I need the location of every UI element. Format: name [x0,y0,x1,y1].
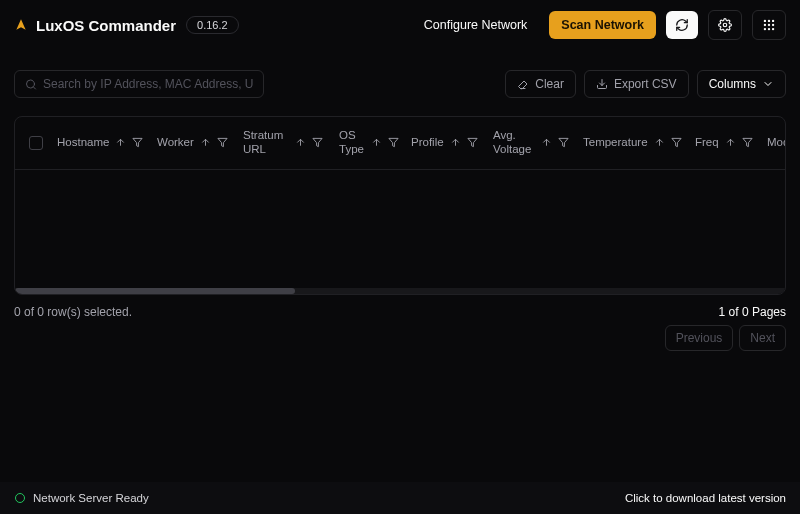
app-header: LuxOS Commander 0.16.2 Configure Network… [0,0,800,50]
col-hostname[interactable]: Hostname [51,129,151,157]
search-wrap[interactable] [14,70,264,98]
select-all-checkbox[interactable] [29,136,43,150]
version-badge: 0.16.2 [186,16,239,34]
columns-label: Columns [709,77,756,91]
svg-marker-16 [389,139,398,147]
next-button[interactable]: Next [739,325,786,351]
svg-point-5 [768,24,770,26]
svg-point-21 [16,494,25,503]
chevron-down-icon [762,78,774,90]
app-logo: LuxOS Commander [14,17,176,34]
col-label: Profile [411,136,444,150]
table-footer: 0 of 0 row(s) selected. 1 of 0 Pages Pre… [0,295,800,361]
svg-marker-19 [671,139,680,147]
filter-icon [312,137,323,148]
svg-point-4 [764,24,766,26]
svg-marker-13 [133,139,142,147]
table-body [15,170,785,288]
svg-marker-20 [743,139,752,147]
col-label: Temperature [583,136,648,150]
col-label: Avg. Voltage [493,129,535,157]
svg-line-11 [33,86,35,88]
sort-up-icon [371,137,382,148]
scan-network-button[interactable]: Scan Network [549,11,656,39]
col-label: Stratum URL [243,129,289,157]
col-os-type[interactable]: OS Type [333,129,405,157]
filter-icon [742,137,753,148]
col-stratum-url[interactable]: Stratum URL [237,129,333,157]
svg-marker-18 [559,139,568,147]
svg-point-7 [764,28,766,30]
clear-label: Clear [535,77,564,91]
refresh-button[interactable] [666,11,698,39]
sort-up-icon [541,137,552,148]
svg-marker-15 [313,139,322,147]
filter-icon [217,137,228,148]
col-label: Hostname [57,136,109,150]
scrollbar-thumb[interactable] [15,288,295,294]
export-label: Export CSV [614,77,677,91]
gear-icon [718,18,732,32]
svg-marker-17 [468,139,477,147]
clear-button[interactable]: Clear [505,70,576,98]
export-csv-button[interactable]: Export CSV [584,70,689,98]
configure-network-button[interactable]: Configure Network [412,11,540,39]
col-label: Freq [695,136,719,150]
col-avg-voltage[interactable]: Avg. Voltage [487,129,577,157]
filter-icon [467,137,478,148]
sort-up-icon [654,137,665,148]
col-worker[interactable]: Worker [151,129,237,157]
status-text: Network Server Ready [33,492,149,504]
sort-up-icon [115,137,126,148]
status-ok-icon [14,492,26,504]
filter-icon [558,137,569,148]
columns-button[interactable]: Columns [697,70,786,98]
sort-up-icon [200,137,211,148]
apps-button[interactable] [752,10,786,40]
grid-icon [762,18,776,32]
svg-point-3 [772,20,774,22]
svg-point-1 [764,20,766,22]
svg-point-0 [723,23,727,27]
status-bar: Network Server Ready Click to download l… [0,482,800,514]
filter-icon [132,137,143,148]
svg-point-2 [768,20,770,22]
col-model[interactable]: Model [761,129,785,157]
table-header: Hostname Worker Stratum URL OS Type Prof… [15,117,785,170]
col-label: OS Type [339,129,365,157]
previous-button[interactable]: Previous [665,325,734,351]
settings-button[interactable] [708,10,742,40]
toolbar: Clear Export CSV Columns [0,50,800,108]
page-text: 1 of 0 Pages [719,305,786,319]
col-profile[interactable]: Profile [405,129,487,157]
eraser-icon [517,78,529,90]
horizontal-scrollbar[interactable] [15,288,785,294]
col-freq[interactable]: Freq [689,129,761,157]
sort-up-icon [295,137,306,148]
logo-icon [14,18,28,32]
selection-text: 0 of 0 row(s) selected. [14,305,132,319]
refresh-icon [675,18,689,32]
svg-point-6 [772,24,774,26]
download-latest-link[interactable]: Click to download latest version [625,492,786,504]
col-temperature[interactable]: Temperature [577,129,689,157]
data-table: Hostname Worker Stratum URL OS Type Prof… [14,116,786,295]
download-icon [596,78,608,90]
search-input[interactable] [43,77,253,91]
app-name: LuxOS Commander [36,17,176,34]
svg-point-9 [772,28,774,30]
search-icon [25,78,37,91]
sort-up-icon [450,137,461,148]
sort-up-icon [725,137,736,148]
col-label: Worker [157,136,194,150]
filter-icon [388,137,399,148]
svg-point-8 [768,28,770,30]
svg-marker-14 [218,139,227,147]
col-label: Model [767,136,785,150]
filter-icon [671,137,682,148]
